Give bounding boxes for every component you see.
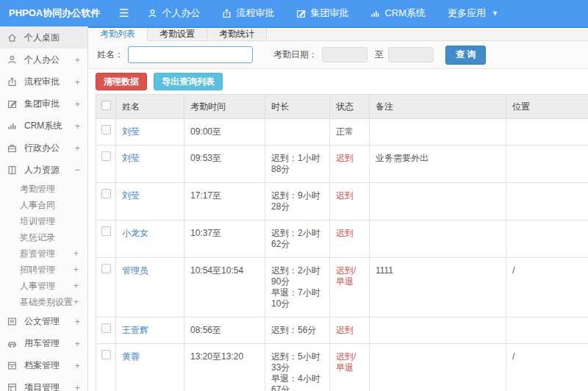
chart-icon <box>370 9 380 18</box>
attendance-time: 13:20至13:20 <box>184 344 265 391</box>
expander-icon: + <box>74 265 79 275</box>
menu-icon[interactable]: ☰ <box>119 7 129 20</box>
employee-name-link[interactable]: 王壹辉 <box>122 325 148 335</box>
employee-name-link[interactable]: 刘莹 <box>122 126 140 137</box>
table-row: 小龙女10:37至迟到：2小时62分迟到 <box>96 220 588 258</box>
employee-name-link[interactable]: 小龙女 <box>122 228 148 238</box>
sidebar-item-group-approval[interactable]: 集团审批+ <box>0 93 87 115</box>
sidebar-item-label: CRM系统 <box>24 120 74 132</box>
tab-attendance-list[interactable]: 考勤列表 <box>88 28 148 41</box>
date-from-input[interactable] <box>322 47 368 62</box>
duration-text: 迟到：9小时28分 <box>265 183 330 220</box>
topnav-item-label: 流程审批 <box>236 7 274 20</box>
status-badge: 迟到 <box>330 318 370 344</box>
column-header: 状态 <box>330 95 370 119</box>
attendance-time: 09:53至 <box>184 146 265 183</box>
row-checkbox[interactable] <box>101 125 111 134</box>
table-row: 刘莹09:00至正常 <box>96 119 588 146</box>
topnav-item-group-approval[interactable]: 集团审批 <box>296 7 348 20</box>
expander-icon: + <box>74 54 80 65</box>
filter-bar: 姓名： 考勤日期： 至 查 询 <box>88 41 588 69</box>
sidebar-item-label: 个人办公 <box>24 54 74 66</box>
name-input[interactable] <box>128 46 253 63</box>
hr-icon <box>7 165 18 175</box>
name-label: 姓名： <box>97 49 123 61</box>
employee-name-link[interactable]: 刘莹 <box>122 190 140 201</box>
share-icon <box>222 9 232 18</box>
row-checkbox[interactable] <box>101 264 111 273</box>
status-badge: 迟到/早退 <box>330 258 370 318</box>
topnav-item-crm[interactable]: CRM系统 <box>370 7 426 20</box>
topbar: PHPOA协同办公软件 ☰ 个人办公流程审批集团审批CRM系统更多应用▼ <box>0 0 588 26</box>
status-badge: 迟到 <box>330 183 370 220</box>
chart-icon <box>7 121 18 131</box>
employee-name-link[interactable]: 黄蓉 <box>122 351 140 362</box>
sidebar-item-personal-office[interactable]: 个人办公+ <box>0 49 87 71</box>
action-bar: 清理数据 导出查询列表 <box>88 69 588 94</box>
remark-text <box>370 220 506 258</box>
clean-data-button[interactable]: 清理数据 <box>96 73 147 90</box>
sidebar-subitem-label: 人事合同 <box>20 199 79 212</box>
sidebar-subitem-reward-punish[interactable]: 奖惩记录 <box>0 229 87 245</box>
expander-icon: + <box>74 316 80 327</box>
remark-text: 1111 <box>370 258 506 318</box>
search-button[interactable]: 查 询 <box>445 46 486 65</box>
sidebar-item-personal-desktop[interactable]: 个人桌面 <box>0 26 87 49</box>
sidebar-subitem-salary-mgmt[interactable]: 薪资管理+ <box>0 245 87 262</box>
sidebar-subitem-label: 招聘管理 <box>20 264 74 276</box>
select-all-checkbox[interactable] <box>101 101 111 110</box>
duration-text: 迟到：2小时90分 早退：7小时10分 <box>265 258 330 318</box>
project-icon <box>7 383 18 391</box>
sidebar-subitem-base-category[interactable]: 基础类别设置+ <box>0 294 87 310</box>
attendance-time: 09:00至 <box>184 119 265 146</box>
sidebar-subitem-personnel-contract[interactable]: 人事合同 <box>0 197 87 213</box>
topnav-item-workflow-approval[interactable]: 流程审批 <box>222 7 274 20</box>
tab-attendance-settings[interactable]: 考勤设置 <box>148 28 207 40</box>
sidebar-subitem-recruit-mgmt[interactable]: 招聘管理+ <box>0 262 87 278</box>
status-badge: 迟到 <box>330 220 370 258</box>
column-header: 备注 <box>370 95 506 119</box>
sidebar-subitem-personnel-mgmt[interactable]: 人事管理+ <box>0 278 87 294</box>
sidebar-item-admin-office[interactable]: 行政办公+ <box>0 137 87 159</box>
user-icon <box>148 9 157 18</box>
date-to-input[interactable] <box>388 47 434 62</box>
row-checkbox[interactable] <box>101 189 111 198</box>
app-logo: PHPOA协同办公软件 <box>0 7 116 20</box>
home-icon <box>7 33 18 43</box>
date-label: 考勤日期： <box>273 49 318 61</box>
row-checkbox[interactable] <box>101 350 111 359</box>
sidebar-item-workflow-approval[interactable]: 流程审批+ <box>0 71 87 93</box>
sidebar-item-archive-mgmt[interactable]: 档案管理+ <box>0 354 87 376</box>
attendance-time: 17:17至 <box>184 183 265 220</box>
tab-attendance-stats[interactable]: 考勤统计 <box>207 28 267 40</box>
status-badge: 迟到 <box>330 146 370 183</box>
row-checkbox[interactable] <box>101 323 111 333</box>
employee-name-link[interactable]: 管理员 <box>122 265 148 276</box>
sidebar-item-project-mgmt[interactable]: 项目管理+ <box>0 376 87 391</box>
expander-icon: + <box>74 297 79 307</box>
sidebar-item-hr[interactable]: 人力资源− <box>0 159 87 181</box>
sidebar-item-label: 用车管理 <box>24 337 74 350</box>
position-text <box>506 119 588 146</box>
sidebar-subitem-attendance-mgmt[interactable]: 考勤管理 <box>0 181 87 197</box>
to-label: 至 <box>375 49 384 61</box>
sidebar-item-document-mgmt[interactable]: 公文管理+ <box>0 310 87 332</box>
expander-icon: + <box>74 248 79 259</box>
row-checkbox[interactable] <box>101 226 111 236</box>
topnav-item-more-apps[interactable]: 更多应用▼ <box>448 7 498 20</box>
sidebar-item-crm[interactable]: CRM系统+ <box>0 115 87 137</box>
employee-name-link[interactable]: 刘莹 <box>122 153 140 163</box>
topnav-item-label: 个人办公 <box>162 7 200 20</box>
duration-text: 迟到：2小时62分 <box>265 220 330 258</box>
row-checkbox[interactable] <box>101 151 111 161</box>
remark-text <box>370 119 506 146</box>
duration-text: 迟到：5小时33分 早退：4小时67分 <box>265 344 330 391</box>
remark-text <box>370 344 506 391</box>
edit-icon <box>7 99 18 109</box>
sidebar-item-vehicle-mgmt[interactable]: 用车管理+ <box>0 332 87 354</box>
sidebar-item-label: 档案管理 <box>24 359 74 372</box>
topnav-item-personal-office[interactable]: 个人办公 <box>148 7 200 20</box>
table-row: 刘莹09:53至迟到：1小时88分迟到业务需要外出 <box>96 146 588 183</box>
sidebar-subitem-training-mgmt[interactable]: 培训管理 <box>0 213 87 229</box>
export-list-button[interactable]: 导出查询列表 <box>154 73 223 90</box>
